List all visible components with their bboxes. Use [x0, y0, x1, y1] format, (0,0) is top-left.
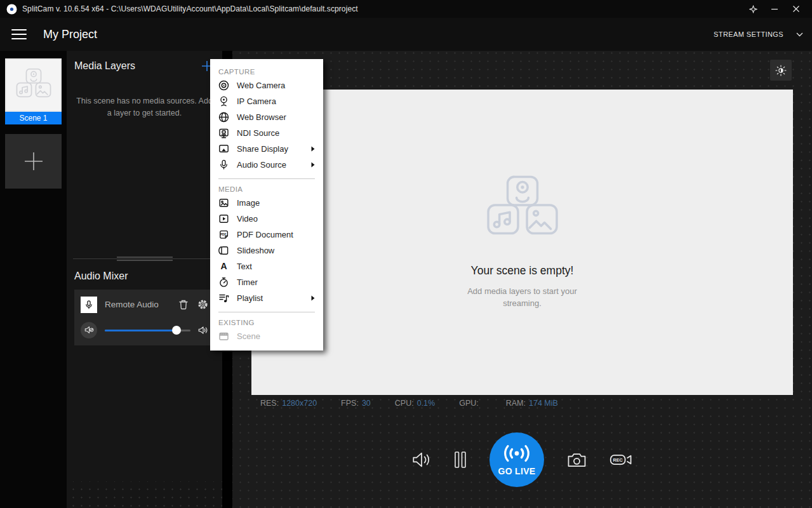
stream-settings-label: STREAM SETTINGS [714, 30, 783, 38]
menu-item-web-browser[interactable]: Web Browser [210, 109, 323, 125]
media-layers-panel: Media Layers This scene has no media sou… [67, 51, 222, 508]
delete-audio-source-button[interactable] [178, 299, 189, 310]
scene-preview[interactable]: Your scene is empty! Add media layers to… [251, 90, 793, 395]
media-layers-title: Media Layers [74, 60, 135, 72]
menu-section-existing: EXISTING [210, 314, 323, 328]
mute-toggle-button[interactable] [81, 322, 97, 338]
brightness-icon [775, 65, 787, 76]
submenu-arrow-icon [311, 295, 315, 301]
audio-source-type-badge [81, 297, 97, 313]
window-title: SplitCam v. 10.6.54 x64 - C:\Users\WDAGU… [22, 4, 358, 13]
menu-section-capture: CAPTURE [210, 63, 323, 77]
speaker-loud-icon [412, 451, 431, 468]
pin-on-top-button[interactable] [742, 0, 764, 18]
trash-icon [178, 299, 189, 310]
microphone-icon [84, 300, 93, 310]
volume-slider[interactable] [105, 326, 190, 335]
menu-item-ip-camera[interactable]: IP Camera [210, 93, 323, 109]
menu-section-media: MEDIA [210, 180, 323, 195]
submenu-arrow-icon [311, 146, 315, 152]
panel-texture [67, 481, 222, 508]
status-resolution: RES:1280x720 [260, 399, 317, 408]
minimize-button[interactable] [764, 0, 785, 18]
status-cpu: CPU:0.1% [395, 399, 435, 408]
max-volume-button[interactable] [198, 326, 208, 335]
audio-mixer-title: Audio Mixer [67, 262, 222, 290]
audio-source-card: Remote Audio [74, 290, 215, 345]
web-camera-icon [218, 80, 229, 91]
brightness-button[interactable] [770, 60, 792, 81]
titlebar: SplitCam v. 10.6.54 x64 - C:\Users\WDAGU… [0, 0, 812, 18]
menu-item-scene[interactable]: Scene [210, 328, 323, 344]
audio-source-settings-button[interactable] [197, 299, 208, 310]
audio-source-name: Remote Audio [105, 300, 170, 309]
status-ram: RAM:174 MiB [506, 399, 558, 408]
scene-tile-1[interactable]: Scene 1 [5, 58, 62, 124]
menu-item-video[interactable]: Video [210, 211, 323, 227]
menu-item-web-camera[interactable]: Web Camera [210, 77, 323, 93]
broadcast-icon [502, 444, 531, 463]
image-icon [218, 197, 229, 208]
speaker-muted-icon [84, 326, 94, 334]
audio-source-icon [218, 159, 229, 170]
submenu-arrow-icon [311, 162, 315, 168]
main-menu-button[interactable] [11, 29, 27, 39]
camera-icon [567, 451, 587, 468]
scene-label: Scene 1 [5, 112, 62, 124]
rec-camcorder-icon: REC [609, 452, 632, 467]
speaker-icon [198, 326, 208, 335]
chevron-down-icon [796, 32, 803, 37]
pdf-document-icon: PDF [218, 229, 229, 240]
slideshow-icon [218, 245, 229, 256]
menu-item-ndi-source[interactable]: NDI Source [210, 125, 323, 141]
menu-item-share-display[interactable]: Share Display [210, 141, 323, 157]
sparkle-icon [749, 5, 757, 13]
scenes-sidebar: Scene 1 [0, 51, 67, 508]
stream-settings-button[interactable]: STREAM SETTINGS [714, 30, 803, 38]
status-fps: FPS:30 [341, 399, 371, 408]
menu-divider [218, 312, 315, 312]
rec-icon-text: REC [613, 457, 623, 463]
status-gpu: GPU: [459, 399, 482, 408]
video-icon [218, 213, 229, 224]
empty-scene-title: Your scene is empty! [471, 264, 574, 277]
menu-item-pdf-document[interactable]: PDF PDF Document [210, 227, 323, 243]
menu-item-timer[interactable]: Timer [210, 274, 323, 290]
plus-icon [22, 149, 46, 173]
text-icon: A [218, 261, 229, 272]
volume-knob[interactable] [172, 326, 181, 335]
minimize-icon [771, 5, 778, 13]
add-scene-button[interactable] [5, 134, 62, 189]
globe-icon [218, 112, 229, 123]
pause-icon [454, 451, 467, 469]
playlist-icon [218, 293, 229, 304]
ip-camera-icon [218, 96, 229, 107]
pdf-icon-text: PDF [220, 233, 226, 236]
close-icon [792, 5, 800, 13]
splitcam-window: SplitCam v. 10.6.54 x64 - C:\Users\WDAGU… [0, 0, 812, 508]
empty-scene-subtitle: Add media layers to start your streaming… [462, 286, 583, 310]
snapshot-button[interactable] [567, 451, 587, 468]
panel-splitter-handle[interactable] [67, 256, 222, 262]
pause-button[interactable] [454, 451, 467, 469]
splitter-grip [117, 257, 173, 261]
text-icon-glyph: A [220, 261, 227, 271]
scene-thumbnail [5, 58, 62, 112]
record-button[interactable]: REC [609, 452, 632, 467]
go-live-button[interactable]: GO LIVE [489, 432, 544, 487]
empty-scene-icon [484, 175, 561, 244]
menu-item-image[interactable]: Image [210, 195, 323, 211]
share-display-icon [218, 144, 229, 154]
ndi-source-icon [218, 128, 229, 138]
timer-icon [218, 277, 229, 288]
scene-icon [218, 331, 229, 342]
layers-empty-message: This scene has no media sources. Add a l… [67, 95, 222, 120]
menu-divider [218, 178, 315, 179]
menu-item-audio-source[interactable]: Audio Source [210, 157, 323, 173]
master-volume-button[interactable] [412, 451, 431, 468]
menu-item-text[interactable]: A Text [210, 258, 323, 274]
menu-item-playlist[interactable]: Playlist [210, 290, 323, 306]
gear-icon [197, 299, 208, 310]
menu-item-slideshow[interactable]: Slideshow [210, 243, 323, 258]
close-button[interactable] [785, 0, 807, 18]
